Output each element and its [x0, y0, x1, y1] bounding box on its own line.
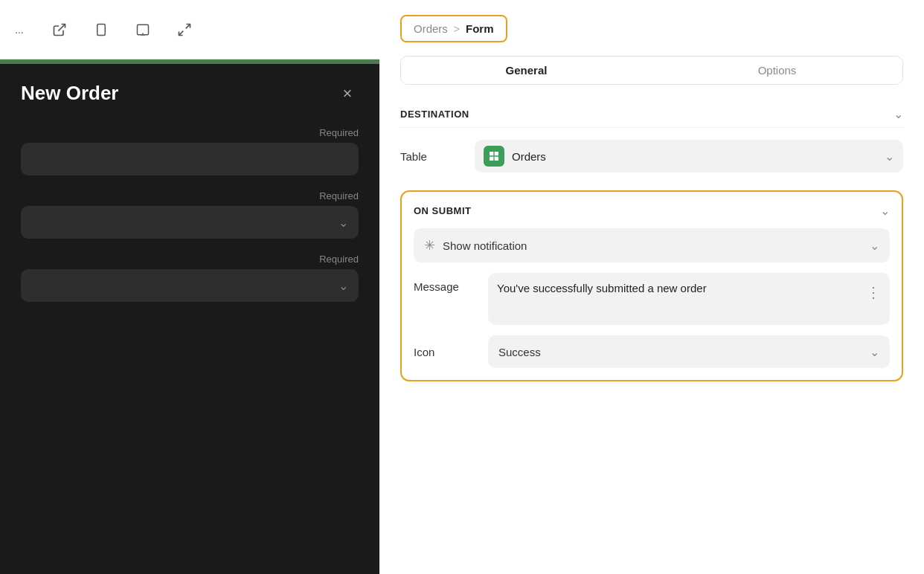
svg-line-6 — [185, 24, 190, 28]
form-field-2: Required ⌄ — [21, 190, 359, 239]
icon-value[interactable]: Success ⌄ — [488, 335, 890, 368]
field-input-2[interactable]: ⌄ — [21, 206, 359, 239]
dots-label: ... — [15, 24, 24, 36]
breadcrumb-separator: > — [454, 23, 460, 35]
on-submit-chevron-icon[interactable]: ⌄ — [880, 204, 890, 218]
breadcrumb: Orders > Form — [400, 15, 507, 42]
tablet-icon[interactable] — [129, 16, 156, 43]
on-submit-section: ON SUBMIT ⌄ ✳ Show notification ⌄ Messag… — [400, 190, 903, 381]
notification-row[interactable]: ✳ Show notification ⌄ — [414, 228, 890, 262]
tab-general[interactable]: General — [401, 57, 652, 84]
spinner-icon: ✳ — [424, 237, 435, 254]
form-header: New Order × — [21, 82, 359, 105]
table-value-row[interactable]: Orders ⌄ — [475, 140, 903, 172]
icon-row: Icon Success ⌄ — [414, 335, 890, 368]
table-chevron-icon[interactable]: ⌄ — [885, 149, 894, 164]
message-value[interactable]: You've successfully submitted a new orde… — [488, 273, 890, 325]
destination-title: DESTINATION — [400, 109, 469, 120]
table-icon — [484, 146, 504, 167]
required-label-2: Required — [21, 190, 359, 201]
required-label-1: Required — [21, 127, 359, 138]
message-text: You've successfully submitted a new orde… — [497, 280, 860, 296]
message-label: Message — [414, 273, 488, 293]
expand-icon[interactable] — [171, 16, 198, 43]
svg-rect-1 — [97, 24, 105, 35]
icon-chevron-icon[interactable]: ⌄ — [870, 345, 879, 359]
svg-rect-10 — [490, 157, 493, 161]
form-panel: New Order × Required Required ⌄ Required… — [0, 64, 379, 574]
field-input-3[interactable]: ⌄ — [21, 269, 359, 302]
form-field-3: Required ⌄ — [21, 254, 359, 302]
left-panel: ... — [0, 0, 379, 574]
right-panel: Orders > Form General Options DESTINATIO… — [379, 0, 924, 574]
icon-value-text: Success — [498, 346, 870, 358]
required-label-3: Required — [21, 254, 359, 265]
svg-line-7 — [179, 30, 183, 35]
svg-rect-8 — [490, 152, 493, 155]
chevron-down-icon-3: ⌄ — [339, 279, 348, 293]
breadcrumb-parent[interactable]: Orders — [414, 22, 448, 35]
table-label: Table — [400, 150, 475, 163]
field-input-1[interactable] — [21, 143, 359, 175]
table-value-text: Orders — [512, 150, 877, 163]
notification-chevron-icon[interactable]: ⌄ — [870, 239, 879, 253]
on-submit-title: ON SUBMIT — [414, 205, 471, 216]
notification-label: Show notification — [443, 239, 862, 252]
top-toolbar: ... — [0, 0, 379, 59]
table-field-row: Table Orders ⌄ — [400, 140, 903, 172]
chevron-down-icon-2: ⌄ — [339, 216, 348, 230]
svg-rect-9 — [495, 152, 498, 155]
form-field-1: Required — [21, 127, 359, 175]
close-button[interactable]: × — [336, 83, 359, 105]
on-submit-header: ON SUBMIT ⌄ — [414, 204, 890, 218]
breadcrumb-current: Form — [466, 22, 494, 35]
svg-line-0 — [58, 24, 65, 30]
tab-row: General Options — [400, 56, 903, 85]
destination-section-header: DESTINATION ⌄ — [400, 101, 903, 128]
dots-menu-icon[interactable]: ⋮ — [866, 283, 881, 301]
form-title: New Order — [21, 82, 119, 105]
icon-label: Icon — [414, 346, 488, 358]
external-link-icon[interactable] — [46, 16, 73, 43]
svg-rect-11 — [495, 157, 498, 161]
phone-icon[interactable] — [88, 16, 115, 43]
destination-chevron-icon[interactable]: ⌄ — [893, 107, 903, 121]
tab-options[interactable]: Options — [652, 57, 902, 84]
message-row: Message You've successfully submitted a … — [414, 273, 890, 325]
